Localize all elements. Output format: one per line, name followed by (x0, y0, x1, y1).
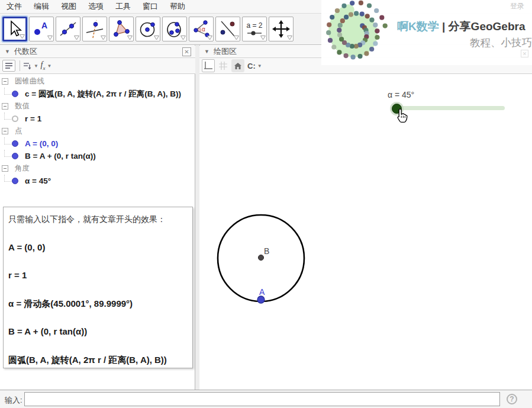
instruction-line: r = 1 (8, 269, 188, 281)
tree-item-alpha[interactable]: α = 45° (0, 175, 195, 187)
tool-point[interactable]: A (29, 17, 54, 41)
caret-down-icon: ▼ (34, 63, 38, 69)
collapse-triangle-icon[interactable]: ▼ (5, 49, 10, 54)
tree-connector (4, 88, 11, 95)
tool-dropdown-icon[interactable] (234, 36, 239, 40)
tool-angle[interactable]: α (189, 17, 214, 41)
tool-dropdown-icon[interactable] (47, 36, 53, 40)
spiral-logo-icon (322, 0, 393, 65)
tree-item-B[interactable]: B = A + (0, r tan(α)) (0, 150, 195, 162)
instruction-text-box[interactable]: 只需输入以下指令，就有文章开头的效果： A = (0, 0) r = 1 α =… (3, 207, 193, 368)
tool-dropdown-icon[interactable] (127, 36, 133, 40)
tool-dropdown-icon[interactable] (287, 36, 292, 40)
collapse-minus-icon[interactable] (2, 103, 8, 110)
tree-connector (4, 137, 11, 144)
show-grid-button[interactable] (217, 59, 230, 72)
caret-down-icon: ▼ (257, 63, 262, 69)
home-icon (234, 62, 242, 70)
instruction-line: α = 滑动条(45.0001°, 89.9999°) (8, 298, 188, 310)
tool-slider[interactable]: a = 2 (242, 17, 267, 41)
point-A-label: A (259, 287, 265, 297)
tool-perpendicular-line[interactable] (82, 17, 107, 41)
geogebra-window: 文件 编辑 视图 选项 工具 窗口 帮助 A (0, 0, 532, 408)
lines-icon (5, 62, 13, 69)
menu-tools[interactable]: 工具 (111, 0, 135, 13)
instruction-line: 只需输入以下指令，就有文章开头的效果： (8, 213, 188, 225)
tree-group-points[interactable]: 点 (0, 125, 195, 137)
visibility-dot-icon[interactable] (12, 91, 18, 97)
collapse-triangle-icon[interactable]: ▼ (204, 49, 209, 54)
grid-icon (218, 61, 228, 70)
menu-options[interactable]: 选项 (84, 0, 108, 13)
tool-move-graphics-view[interactable] (269, 17, 294, 41)
visibility-dot-icon[interactable] (12, 115, 18, 122)
tree-group-angles[interactable]: 角度 (0, 162, 195, 175)
tool-conic[interactable] (162, 17, 187, 41)
tree-group-numbers[interactable]: 数值 (0, 100, 195, 113)
algebra-stylebar: ▼ fx ▼ (0, 58, 195, 74)
tool-dropdown-icon[interactable] (101, 36, 106, 40)
menu-window[interactable]: 窗口 (138, 0, 162, 13)
tree-item-A[interactable]: A = (0, 0) (0, 137, 195, 150)
watermark-title: 啊K数学 | 分享GeoGebra (397, 19, 525, 34)
algebra-close-icon[interactable]: ✕ (182, 47, 191, 56)
menu-help[interactable]: 帮助 (166, 0, 189, 13)
algebra-header: ▼ 代数区 ✕ (0, 46, 195, 58)
panel-divider[interactable] (195, 45, 199, 390)
tool-move-arrow[interactable] (2, 17, 27, 41)
tree-item-r[interactable]: r = 1 (0, 113, 195, 125)
command-input[interactable] (24, 392, 500, 406)
point-A[interactable] (257, 296, 265, 303)
slider-alpha-label: α = 45° (388, 90, 414, 99)
caret-down-icon: ▼ (47, 63, 51, 69)
tool-dropdown-icon[interactable] (180, 36, 186, 40)
tool-line[interactable] (56, 17, 80, 41)
menu-view[interactable]: 视图 (57, 0, 80, 13)
tool-dropdown-icon[interactable] (20, 34, 25, 39)
tool-polygon[interactable] (109, 17, 134, 41)
svg-text:α: α (202, 26, 205, 33)
tree-connector (4, 175, 11, 182)
tree-connector (4, 150, 11, 157)
visibility-dot-icon[interactable] (12, 140, 18, 147)
graphics-title: 绘图区 (214, 46, 237, 57)
sort-icon (23, 62, 32, 70)
tool-dropdown-icon[interactable] (207, 36, 212, 40)
tool-dropdown-icon[interactable] (154, 36, 159, 40)
tool-circle[interactable] (136, 17, 160, 41)
sort-objects-button[interactable]: ▼ (23, 60, 38, 72)
instruction-line: A = (0, 0) (8, 242, 188, 253)
tree-connector (4, 113, 11, 120)
show-axes-button[interactable] (202, 59, 215, 72)
collapse-minus-icon[interactable] (2, 78, 8, 85)
algebra-title: 代数区 (14, 46, 37, 57)
help-icon[interactable]: ? (507, 394, 517, 404)
tree-group-conics[interactable]: 圆锥曲线 (0, 75, 195, 88)
default-view-button[interactable] (231, 59, 244, 72)
tool-dropdown-icon[interactable] (74, 36, 79, 40)
visibility-dot-icon[interactable] (12, 178, 18, 184)
tool-dropdown-icon[interactable] (260, 36, 266, 40)
collapse-minus-icon[interactable] (2, 165, 8, 172)
graphics-canvas[interactable]: B A α = 45° (199, 74, 532, 390)
menu-file[interactable]: 文件 (2, 0, 26, 13)
divider (20, 60, 20, 71)
login-link[interactable]: 登录 (510, 1, 524, 11)
watermark-subtitle: 教程、小技巧 (470, 36, 532, 50)
tree-item-c[interactable]: c = 圆弧(B, A, 旋转(A, 2π r / 距离(B, A), B)) (0, 88, 195, 100)
auxiliary-objects-icon[interactable] (2, 60, 15, 72)
svg-text:a = 2: a = 2 (246, 21, 262, 30)
point-capturing-button[interactable]: C: ▼ (246, 59, 263, 72)
faint-close-icon[interactable]: ✕ (521, 50, 528, 57)
instruction-line: 圆弧(B, A, 旋转(A, 2π r / 距离(B, A), B)) (8, 354, 188, 366)
show-input-style-button[interactable]: fx ▼ (40, 60, 53, 72)
channel-watermark: 登录 啊K数学 | 分享GeoGebra 教程、小技巧 ✕ (321, 0, 532, 65)
tool-reflection[interactable] (215, 17, 240, 41)
visibility-dot-icon[interactable] (12, 153, 18, 159)
slider-alpha-track[interactable] (393, 106, 505, 110)
collapse-minus-icon[interactable] (2, 128, 8, 134)
point-B-label: B (264, 246, 269, 256)
menu-edit[interactable]: 编辑 (30, 0, 53, 13)
hand-cursor-icon (395, 108, 409, 124)
point-B[interactable] (258, 255, 263, 260)
